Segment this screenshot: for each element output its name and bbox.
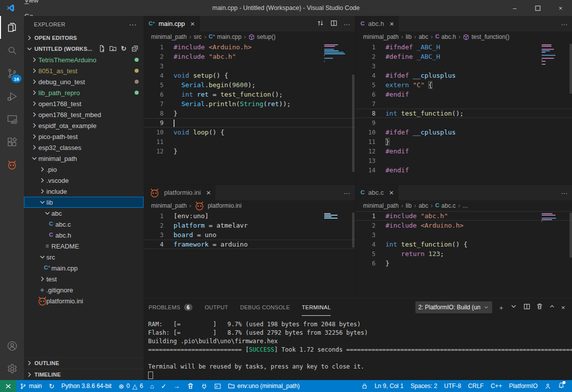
breadcrumb-item[interactable]: setup() <box>248 33 275 40</box>
breadcrumb-item[interactable]: Cabc.h <box>435 33 456 40</box>
more-actions-icon[interactable]: ··· <box>129 21 137 28</box>
activity-search[interactable] <box>0 39 24 62</box>
tree-item-esp32-classes[interactable]: esp32_classes <box>24 142 144 153</box>
statusbar-pio-build[interactable]: ✓ <box>158 380 170 392</box>
panel-tab-debug-console[interactable]: DEBUG CONSOLE <box>240 299 290 316</box>
more-button[interactable]: ··· <box>344 189 350 197</box>
more-button[interactable]: ··· <box>344 20 350 28</box>
breadcrumb-item[interactable]: lib <box>405 33 411 40</box>
refresh-button[interactable]: ↻ <box>120 44 128 53</box>
panel-tab-output[interactable]: OUTPUT <box>204 299 228 316</box>
activity-account[interactable] <box>0 334 24 357</box>
tab-close-icon[interactable]: × <box>191 19 195 28</box>
breadcrumb-item[interactable]: minimal_path <box>363 33 398 40</box>
tree-item-readme[interactable]: ≡README <box>24 241 144 252</box>
new-folder-button[interactable] <box>109 44 117 53</box>
tree-item-lib[interactable]: lib <box>24 197 144 208</box>
breadcrumb-item[interactable]: abc <box>418 33 428 40</box>
kill-terminal-button[interactable] <box>536 303 543 312</box>
scrollbar-thumb[interactable] <box>570 44 572 94</box>
new-terminal-button[interactable]: ＋ <box>498 303 504 312</box>
activity-extensions[interactable] <box>0 131 24 153</box>
open-changes-button[interactable] <box>317 19 324 28</box>
breadcrumb-item[interactable]: minimal_path <box>363 202 398 209</box>
panel-tab-terminal[interactable]: TERMINAL <box>302 299 331 316</box>
tree-item-8051-as-test[interactable]: 8051_as_test <box>24 65 144 76</box>
tree-item-tetristhemearduino[interactable]: TetrisThemeArduino <box>24 54 144 65</box>
scrollbar-thumb[interactable] <box>352 213 355 248</box>
section-open-editors[interactable]: OPEN EDITORS <box>24 32 144 43</box>
code-editor[interactable]: 1[env:uno]2platform = atmelavr3board = u… <box>144 211 355 249</box>
statusbar-remote-indicator[interactable] <box>0 380 16 392</box>
panel-tab-problems[interactable]: PROBLEMS6 <box>149 299 192 316</box>
statusbar-language-mode[interactable]: C++ <box>487 380 506 392</box>
split-editor-button[interactable] <box>330 19 338 28</box>
tab-close-icon[interactable]: × <box>389 19 394 28</box>
terminal-output[interactable]: RAM: [= ] 9.7% (used 198 bytes from 2048… <box>144 316 572 380</box>
terminal-picker-dropdown[interactable]: 2: PlatformIO: Build (un <box>415 301 493 313</box>
statusbar-pio-serial-monitor[interactable] <box>197 380 211 392</box>
breadcrumb-item[interactable]: src <box>193 33 201 40</box>
statusbar-problems[interactable]: ⊗0△6 <box>115 380 147 392</box>
maximize-panel-button[interactable] <box>549 303 556 312</box>
statusbar-pio-upload[interactable]: → <box>170 380 184 392</box>
tab-main-cpp[interactable]: C+main.cpp× <box>144 16 200 31</box>
statusbar-indentation[interactable]: Spaces: 2 <box>407 380 440 392</box>
breadcrumb-item[interactable]: minimal_path <box>151 33 187 40</box>
new-file-button[interactable] <box>98 44 106 53</box>
tree-item-abc[interactable]: abc <box>24 208 144 219</box>
activity-run-debug[interactable] <box>0 85 24 108</box>
tree-item--gitignore[interactable]: ◆.gitignore <box>24 284 144 295</box>
statusbar-python-version[interactable]: Python 3.8.6 64-bit <box>58 380 115 392</box>
breadcrumb-item[interactable]: platformio.ini <box>193 200 241 212</box>
scrollbar-thumb[interactable] <box>570 213 572 258</box>
statusbar-git-sync[interactable]: ↻ <box>45 380 58 392</box>
breadcrumb-item[interactable]: ... <box>463 202 468 209</box>
tree-item-abc-h[interactable]: Cabc.h <box>24 230 144 241</box>
code-editor[interactable]: 1#ifndef _ABC_H2#define _ABC_H34#ifdef _… <box>356 42 572 175</box>
tree-item-debug-uno-test[interactable]: debug_uno_test <box>24 76 144 87</box>
tree-item-platformio-ini[interactable]: platformio.ini <box>24 295 144 306</box>
activity-remote-explorer[interactable] <box>0 108 24 131</box>
collapse-all-button[interactable] <box>131 44 139 53</box>
activity-settings[interactable] <box>0 357 24 380</box>
tree-item-pico-path-test[interactable]: pico-path-test <box>24 131 144 142</box>
statusbar-git-branch[interactable]: main <box>16 380 45 392</box>
breadcrumb-item[interactable]: Cabc.c <box>435 202 456 209</box>
more-button[interactable]: ··· <box>561 20 568 28</box>
more-button[interactable]: ··· <box>561 189 568 197</box>
tree-item-include[interactable]: include <box>24 186 144 197</box>
statusbar-pio-terminal[interactable] <box>211 380 224 392</box>
menu-view[interactable]: View <box>20 0 55 8</box>
breadcrumb-item[interactable]: C+main.cpp <box>208 33 241 40</box>
tree-item--pio[interactable]: .pio <box>24 164 144 175</box>
activity-platformio[interactable] <box>0 153 24 176</box>
tab-platformio-ini[interactable]: platformio.ini× <box>144 185 215 200</box>
statusbar-cursor-position[interactable]: Ln 9, Col 1 <box>371 380 407 392</box>
window-maximize-button[interactable] <box>526 0 549 16</box>
statusbar-platformio-status[interactable]: PlatformIO <box>506 380 541 392</box>
breadcrumb-item[interactable]: test_function() <box>463 33 509 40</box>
tree-item-open1768-test[interactable]: open1768_test <box>24 98 144 109</box>
statusbar-ports-lock[interactable] <box>358 380 371 392</box>
tree-item-main-cpp[interactable]: C+main.cpp <box>24 262 144 273</box>
statusbar-feedback[interactable] <box>541 380 555 392</box>
tab-abc-c[interactable]: Cabc.c× <box>356 185 398 200</box>
terminal-launch-chevron-button[interactable] <box>510 302 518 312</box>
code-editor[interactable]: 1#include "abc.h"2#include <Arduino.h>34… <box>356 211 572 268</box>
section-workspace[interactable]: UNTITLED (WORKS...↻ <box>24 43 144 54</box>
close-panel-button[interactable]: × <box>561 303 565 312</box>
breadcrumb-item[interactable]: lib <box>405 202 411 209</box>
activity-explorer[interactable] <box>0 16 24 39</box>
tree-item-minimal-path[interactable]: minimal_path <box>24 153 144 164</box>
breadcrumb-item[interactable]: minimal_path <box>151 202 187 209</box>
tab-close-icon[interactable]: × <box>389 188 393 197</box>
tree-item-open1768-test-mbed[interactable]: open1768_test_mbed <box>24 109 144 120</box>
window-close-button[interactable]: × <box>549 0 572 16</box>
statusbar-eol[interactable]: CRLF <box>465 380 487 392</box>
tree-item--vscode[interactable]: .vscode <box>24 175 144 186</box>
statusbar-pio-env[interactable]: env:uno (minimal_path) <box>224 380 303 392</box>
activity-source-control[interactable]: 16 <box>0 62 24 85</box>
statusbar-pio-clean[interactable] <box>184 380 197 392</box>
section-timeline[interactable]: TIMELINE <box>24 369 144 380</box>
